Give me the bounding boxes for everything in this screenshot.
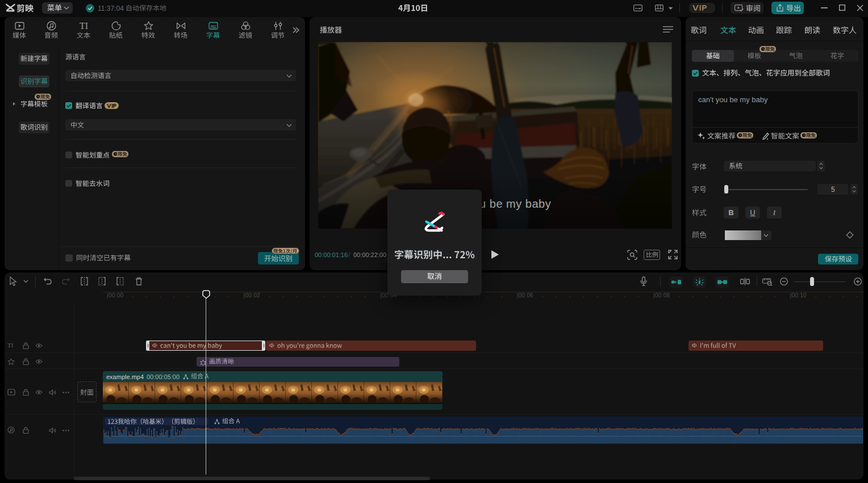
svg-text:TI: TI bbox=[79, 21, 87, 31]
